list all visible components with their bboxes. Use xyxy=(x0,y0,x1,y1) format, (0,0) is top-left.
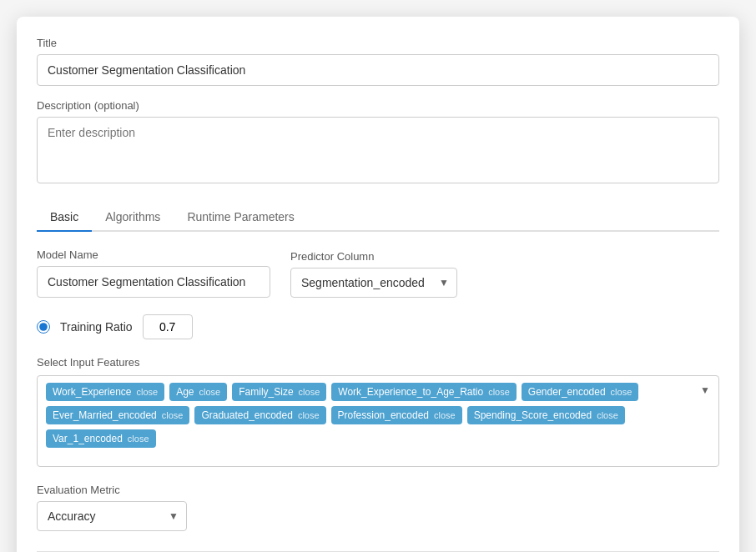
tag-spending-score: Spending_Score_encoded close xyxy=(467,406,625,424)
eval-select[interactable]: Accuracy Precision Recall F1 xyxy=(37,501,187,531)
tag-close-icon[interactable]: close xyxy=(611,387,633,397)
tab-bar: Basic Algorithms Runtime Parameters xyxy=(37,203,719,232)
description-label: Description (optional) xyxy=(37,99,719,112)
tag-label: Family_Size xyxy=(239,386,293,398)
tag-label: Var_1_encoded xyxy=(53,433,123,444)
tag-close-icon[interactable]: close xyxy=(597,410,618,420)
tab-runtime[interactable]: Runtime Parameters xyxy=(174,203,307,232)
main-dialog: Title Description (optional) Basic Algor… xyxy=(17,17,739,552)
model-name-input[interactable] xyxy=(37,266,270,298)
eval-label: Evaluation Metric xyxy=(37,484,719,496)
model-name-field: Model Name xyxy=(37,248,270,298)
training-ratio-row: Training Ratio xyxy=(37,314,719,339)
tag-label: Ever_Married_encoded xyxy=(53,409,157,421)
tag-close-icon[interactable]: close xyxy=(128,434,149,444)
predictor-label: Predictor Column xyxy=(290,250,457,263)
tag-graduated-encoded: Graduated_encoded close xyxy=(194,406,325,424)
predictor-field: Predictor Column Segmentation_encoded ▼ xyxy=(290,250,457,298)
tag-close-icon[interactable]: close xyxy=(199,387,221,397)
tag-gender-encoded: Gender_encoded close xyxy=(522,383,638,401)
tag-label: Gender_encoded xyxy=(528,386,606,398)
tag-label: Profession_encoded xyxy=(338,409,429,421)
title-input[interactable] xyxy=(37,54,719,86)
tag-close-icon[interactable]: close xyxy=(298,410,320,420)
tag-age: Age close xyxy=(169,383,227,401)
tag-close-icon[interactable]: close xyxy=(162,410,184,420)
tag-label: Graduated_encoded xyxy=(201,409,292,421)
tag-profession-encoded: Profession_encoded close xyxy=(331,406,462,424)
tag-label: Spending_Score_encoded xyxy=(474,409,592,421)
predictor-select-wrapper: Segmentation_encoded ▼ xyxy=(290,268,457,298)
tag-close-icon[interactable]: close xyxy=(299,387,320,397)
features-container[interactable]: ▼ Work_Experience close Age close Family… xyxy=(37,375,719,467)
title-label: Title xyxy=(37,37,719,49)
tag-work-age-ratio: Work_Experience_to_Age_Ratio close xyxy=(331,383,517,401)
eval-select-wrapper: Accuracy Precision Recall F1 ▼ xyxy=(37,501,187,531)
features-label: Select Input Features xyxy=(37,356,719,369)
tag-var1-encoded: Var_1_encoded close xyxy=(46,429,156,448)
description-input[interactable] xyxy=(37,117,719,183)
tag-close-icon[interactable]: close xyxy=(488,387,510,397)
model-name-label: Model Name xyxy=(37,248,270,261)
tag-family-size: Family_Size close xyxy=(232,383,326,401)
training-ratio-radio[interactable] xyxy=(37,320,50,334)
model-predictor-row: Model Name Predictor Column Segmentation… xyxy=(37,248,719,298)
tab-basic[interactable]: Basic xyxy=(37,203,92,232)
tag-label: Work_Experience_to_Age_Ratio xyxy=(338,386,483,398)
features-chevron-icon: ▼ xyxy=(700,384,710,396)
tag-close-icon[interactable]: close xyxy=(137,387,159,397)
tag-work-experience: Work_Experience close xyxy=(46,383,164,401)
eval-section: Evaluation Metric Accuracy Precision Rec… xyxy=(37,484,719,531)
training-ratio-input[interactable] xyxy=(143,314,193,339)
tag-close-icon[interactable]: close xyxy=(434,410,456,420)
tag-ever-married: Ever_Married_encoded close xyxy=(46,406,189,424)
training-ratio-label: Training Ratio xyxy=(60,320,133,334)
features-section: Select Input Features ▼ Work_Experience … xyxy=(37,356,719,467)
tag-label: Age xyxy=(176,386,194,398)
predictor-select[interactable]: Segmentation_encoded xyxy=(290,268,457,298)
tag-label: Work_Experience xyxy=(53,386,132,398)
tab-algorithms[interactable]: Algorithms xyxy=(92,203,174,232)
